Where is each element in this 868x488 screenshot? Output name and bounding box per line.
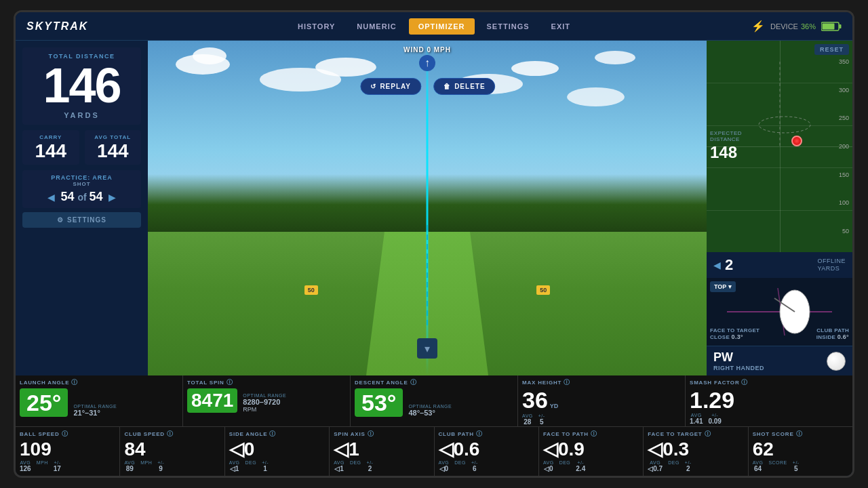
- carry-value: 144: [28, 142, 74, 161]
- offline-prev-button[interactable]: ◀: [713, 260, 721, 270]
- center-area: WIND 0 MPH ↑ ↺ REPLAY 🗑 DELETE 50 50: [148, 41, 707, 375]
- max-height-info[interactable]: ⓘ: [564, 378, 570, 387]
- shot-row: ◀ 54 of 54 ▶: [28, 190, 136, 204]
- smash-factor-value: 1.29: [690, 388, 734, 411]
- stats-bottom-row: BALL SPEED ⓘ 109 AVG 126 MPH +/-: [16, 427, 852, 476]
- right-panel: RESET 350 300 250 200 150 100 50: [707, 41, 852, 375]
- launch-angle-header: LAUNCH ANGLE ⓘ: [20, 378, 178, 387]
- avg-total-box: AVG TOTAL 144: [85, 130, 142, 165]
- stat-club-path: CLUB PATH ⓘ ◁0.6 AVG ◁0 DEG +/-: [435, 427, 539, 476]
- nav-tabs: HISTORY NUMERIC OPTIMIZER SETTINGS EXIT: [288, 18, 580, 35]
- tab-settings[interactable]: SETTINGS: [477, 18, 539, 35]
- expected-distance-box: EXPECTEDDISTANCE 148: [710, 131, 742, 162]
- trash-icon: 🗑: [443, 83, 451, 90]
- club-name: PW: [713, 350, 764, 365]
- total-distance-box: TOTAL DISTANCE 146 YARDS: [22, 47, 141, 125]
- tab-history[interactable]: HISTORY: [288, 18, 344, 35]
- club-view-box: TOP ▾ FACE TO TARGET CLOSE 0.3°: [707, 278, 852, 346]
- ball-speed-info[interactable]: ⓘ: [62, 430, 68, 439]
- face-to-path-value: ◁0.9: [543, 440, 585, 459]
- shot-score-info[interactable]: ⓘ: [796, 430, 803, 439]
- chevron-down-icon[interactable]: ▾: [417, 338, 437, 359]
- max-height-header: MAX HEIGHT ⓘ: [522, 378, 681, 387]
- total-spin-info[interactable]: ⓘ: [226, 378, 233, 387]
- face-to-target-stat-value: ◁0.3: [648, 440, 689, 459]
- main-area: TOTAL DISTANCE 146 YARDS CARRY 144 AVG T…: [16, 41, 852, 375]
- launch-angle-value: 25°: [20, 388, 68, 417]
- club-speed-value: 84: [124, 440, 145, 459]
- tab-optimizer[interactable]: OPTIMIZER: [409, 18, 475, 35]
- face-to-target-label: FACE TO TARGET CLOSE 0.3°: [710, 327, 760, 340]
- replay-button[interactable]: ↺ REPLAY: [360, 78, 421, 95]
- total-distance-value: 146: [29, 61, 134, 110]
- stats-top-row: LAUNCH ANGLE ⓘ 25° OPTIMAL RANGE 21°–31°…: [16, 375, 852, 427]
- shot-prev-button[interactable]: ◀: [47, 192, 55, 203]
- ball-speed-value: 109: [20, 440, 52, 459]
- bolt-icon: ⚡: [751, 20, 765, 33]
- offline-label: OFFLINEYARDS: [817, 258, 846, 272]
- carry-label: CARRY: [28, 134, 74, 140]
- club-path-info[interactable]: ⓘ: [476, 430, 483, 439]
- stat-smash-factor: SMASH FACTOR ⓘ 1.29 AVG 1.41 +/- 0.09: [686, 375, 852, 426]
- wind-arrow: ↑: [419, 55, 435, 71]
- stat-spin-axis: SPIN AXIS ⓘ ◁1 AVG ◁1 DEG +/-: [330, 427, 434, 476]
- shot-current: 54 of 54: [60, 190, 102, 204]
- smash-factor-info[interactable]: ⓘ: [741, 378, 748, 387]
- shot-label: SHOT: [28, 181, 136, 187]
- shot-next-button[interactable]: ▶: [108, 192, 116, 203]
- expected-distance-value: 148: [710, 143, 742, 162]
- tab-exit[interactable]: EXIT: [542, 18, 580, 35]
- carry-box: CARRY 144: [22, 130, 79, 165]
- wind-label: WIND 0 MPH: [403, 46, 451, 54]
- bottom-stats: LAUNCH ANGLE ⓘ 25° OPTIMAL RANGE 21°–31°…: [16, 375, 852, 476]
- total-spin-value: 8471: [187, 388, 237, 413]
- stat-club-speed: CLUB SPEED ⓘ 84 AVG 89 MPH +/-: [120, 427, 224, 476]
- side-angle-info[interactable]: ⓘ: [269, 430, 276, 439]
- stat-shot-score: SHOT SCORE ⓘ 62 AVG 64 SCORE +/-: [749, 427, 852, 476]
- stat-descent-angle: DESCENT ANGLE ⓘ 53° OPTIMAL RANGE 48°–53…: [351, 375, 518, 426]
- golf-course: WIND 0 MPH ↑ ↺ REPLAY 🗑 DELETE 50 50: [148, 41, 707, 375]
- face-to-target-sub: CLOSE: [710, 334, 732, 340]
- delete-button[interactable]: 🗑 DELETE: [433, 78, 495, 95]
- spin-axis-value: ◁1: [334, 440, 359, 459]
- stat-ball-speed: BALL SPEED ⓘ 109 AVG 126 MPH +/-: [16, 427, 120, 476]
- trajectory-dashed: [427, 225, 428, 325]
- face-to-target-value: 0.3°: [732, 333, 743, 340]
- svg-point-3: [759, 117, 810, 133]
- club-speed-info[interactable]: ⓘ: [167, 430, 174, 439]
- golf-ball-icon: [827, 352, 846, 371]
- club-path-value: 0.6°: [837, 333, 849, 340]
- club-path-stat-value: ◁0.6: [439, 440, 480, 459]
- carry-row: CARRY 144 AVG TOTAL 144: [22, 130, 141, 165]
- trajectory-line: [427, 41, 429, 375]
- club-path-sub: INSIDE: [816, 334, 837, 340]
- yardage-marker-left: 50: [304, 285, 318, 295]
- club-info-box: PW RIGHT HANDED: [707, 346, 852, 375]
- gear-icon: ⚙: [57, 216, 64, 224]
- face-to-path-info[interactable]: ⓘ: [591, 430, 597, 439]
- offline-box: ◀ 2 OFFLINEYARDS: [707, 252, 852, 278]
- club-path-right-label: CLUB PATH INSIDE 0.6°: [816, 327, 849, 340]
- club-details: PW RIGHT HANDED: [713, 350, 764, 371]
- tab-numeric[interactable]: NUMERIC: [347, 18, 406, 35]
- settings-button[interactable]: ⚙ SETTINGS: [22, 212, 141, 228]
- descent-angle-header: DESCENT ANGLE ⓘ: [355, 378, 513, 387]
- header-right: ⚡ DEVICE 36%: [751, 20, 842, 33]
- face-to-target-info[interactable]: ⓘ: [705, 430, 711, 439]
- battery-icon: [821, 22, 842, 31]
- yard-labels: 350 300 250 200 150 100 50: [839, 41, 849, 252]
- device-info: DEVICE 36%: [770, 22, 816, 30]
- shot-dot: [791, 136, 802, 146]
- stat-launch-angle: LAUNCH ANGLE ⓘ 25° OPTIMAL RANGE 21°–31°: [16, 375, 183, 426]
- club-hand: RIGHT HANDED: [713, 365, 764, 371]
- max-height-value: 36: [522, 388, 548, 411]
- launch-angle-info[interactable]: ⓘ: [71, 378, 78, 387]
- shot-score-value: 62: [753, 440, 774, 459]
- yardage-marker-right: 50: [536, 285, 550, 295]
- practice-box: PRACTICE: AREA SHOT ◀ 54 of 54 ▶: [22, 170, 141, 208]
- descent-angle-info[interactable]: ⓘ: [410, 378, 417, 387]
- shot-map: RESET 350 300 250 200 150 100 50: [707, 41, 852, 252]
- svg-rect-2: [823, 23, 835, 29]
- side-angle-value: ◁0: [229, 440, 255, 459]
- spin-axis-info[interactable]: ⓘ: [368, 430, 374, 439]
